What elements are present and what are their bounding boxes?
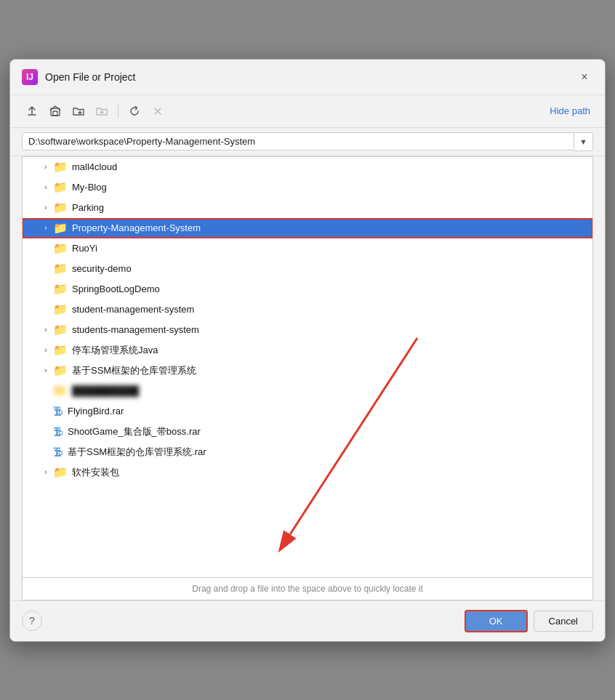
tree-item[interactable]: 📁 security-demo xyxy=(23,259,592,279)
folder-icon: 📁 xyxy=(53,262,68,275)
ok-button[interactable]: OK xyxy=(465,610,528,632)
tree-item[interactable]: › 📁 基于SSM框架的仓库管理系统 xyxy=(23,361,592,381)
svg-rect-0 xyxy=(51,108,60,116)
item-label: 停车场管理系统Java xyxy=(72,344,158,357)
tree-item[interactable]: › 📁 Parking xyxy=(23,198,592,218)
item-label: 基于SSM框架的仓库管理系统 xyxy=(72,364,196,377)
move-folder-button[interactable] xyxy=(92,101,112,121)
folder-icon: 📁 xyxy=(53,363,68,377)
cancel-button[interactable]: Cancel xyxy=(534,611,593,632)
tree-item[interactable]: 🗜 基于SSM框架的仓库管理系统.rar xyxy=(23,442,592,462)
expand-icon[interactable]: › xyxy=(40,222,52,234)
navigate-up-button[interactable] xyxy=(22,101,42,121)
home-button[interactable] xyxy=(45,101,65,121)
file-tree[interactable]: › 📁 mall4cloud › 📁 My-Blog › 📁 Parking ›… xyxy=(22,156,593,578)
item-label: security-demo xyxy=(72,263,132,274)
expand-icon[interactable]: › xyxy=(40,202,52,214)
expand-icon[interactable]: › xyxy=(40,365,52,377)
item-label: mall4cloud xyxy=(72,161,117,172)
selected-tree-item[interactable]: › 📁 Property-Management-System xyxy=(23,218,592,238)
open-file-dialog: IJ Open File or Project × xyxy=(9,59,606,642)
expand-icon[interactable]: › xyxy=(40,345,52,356)
tree-item-blurred[interactable]: 📁 ██████████ xyxy=(23,381,592,401)
item-label: My-Blog xyxy=(72,182,107,193)
item-label: student-management-system xyxy=(72,304,194,315)
expand-icon[interactable]: › xyxy=(40,324,52,336)
selected-item-label: Property-Management-System xyxy=(72,222,201,233)
hide-path-button[interactable]: Hide path xyxy=(547,104,593,118)
item-label: ShootGame_集合版_带boss.rar xyxy=(68,425,201,438)
item-label: FlyingBird.rar xyxy=(68,406,124,417)
dialog-title: Open File or Project xyxy=(45,71,576,83)
folder-icon: 📁 xyxy=(53,302,68,316)
item-label: 软件安装包 xyxy=(72,466,119,479)
new-folder-button[interactable] xyxy=(68,101,89,121)
rar-file-icon: 🗜 xyxy=(53,446,63,458)
path-dropdown-button[interactable]: ▼ xyxy=(574,132,593,151)
folder-icon: 📁 xyxy=(53,241,68,255)
folder-icon: 📁 xyxy=(53,160,68,174)
folder-icon: 📁 xyxy=(53,201,68,214)
drag-hint: Drag and drop a file into the space abov… xyxy=(22,578,593,600)
item-label: 基于SSM框架的仓库管理系统.rar xyxy=(68,446,206,459)
rar-file-icon: 🗜 xyxy=(53,406,63,417)
refresh-button[interactable] xyxy=(124,101,145,121)
close-button[interactable]: × xyxy=(576,68,593,86)
tree-item[interactable]: › 📁 mall4cloud xyxy=(23,157,592,177)
tree-item[interactable]: › 📁 students-management-system xyxy=(23,320,592,340)
expand-icon[interactable]: › xyxy=(40,467,52,478)
item-label: SpringBootLogDemo xyxy=(72,283,160,294)
tree-item[interactable]: 📁 RuoYi xyxy=(23,238,592,259)
tree-item[interactable]: › 📁 My-Blog xyxy=(23,177,592,198)
item-label: RuoYi xyxy=(72,243,97,254)
help-button[interactable]: ? xyxy=(22,611,42,631)
rar-file-icon: 🗜 xyxy=(53,426,63,438)
tree-item[interactable]: 📁 SpringBootLogDemo xyxy=(23,279,592,299)
path-bar: ▼ xyxy=(10,128,605,156)
dialog-footer: ? OK Cancel xyxy=(10,600,605,641)
tree-item[interactable]: 📁 student-management-system xyxy=(23,299,592,320)
item-label: students-management-system xyxy=(72,324,199,335)
folder-icon: 📁 xyxy=(53,465,68,479)
item-label-blurred: ██████████ xyxy=(72,385,139,396)
expand-icon[interactable]: › xyxy=(40,161,52,173)
title-bar: IJ Open File or Project × xyxy=(10,60,605,95)
folder-icon: 📁 xyxy=(53,343,68,357)
tree-item[interactable]: › 📁 停车场管理系统Java xyxy=(23,340,592,361)
tree-item[interactable]: 🗜 ShootGame_集合版_带boss.rar xyxy=(23,422,592,442)
app-icon: IJ xyxy=(22,69,38,85)
tree-item[interactable]: › 📁 软件安装包 xyxy=(23,462,592,483)
toolbar-separator xyxy=(118,104,118,118)
folder-icon: 📁 xyxy=(53,221,68,235)
folder-icon-blurred: 📁 xyxy=(53,384,68,398)
item-label: Parking xyxy=(72,202,104,213)
path-input[interactable] xyxy=(22,132,574,150)
svg-rect-1 xyxy=(53,111,57,116)
tree-item[interactable]: 🗜 FlyingBird.rar xyxy=(23,401,592,422)
folder-git-icon: 📁 xyxy=(53,180,68,194)
toolbar: Hide path xyxy=(10,95,605,128)
folder-git-icon: 📁 xyxy=(53,282,68,296)
file-tree-container: › 📁 mall4cloud › 📁 My-Blog › 📁 Parking ›… xyxy=(10,156,605,578)
delete-button[interactable] xyxy=(148,101,168,121)
expand-icon[interactable]: › xyxy=(40,182,52,193)
folder-git-icon: 📁 xyxy=(53,323,68,337)
